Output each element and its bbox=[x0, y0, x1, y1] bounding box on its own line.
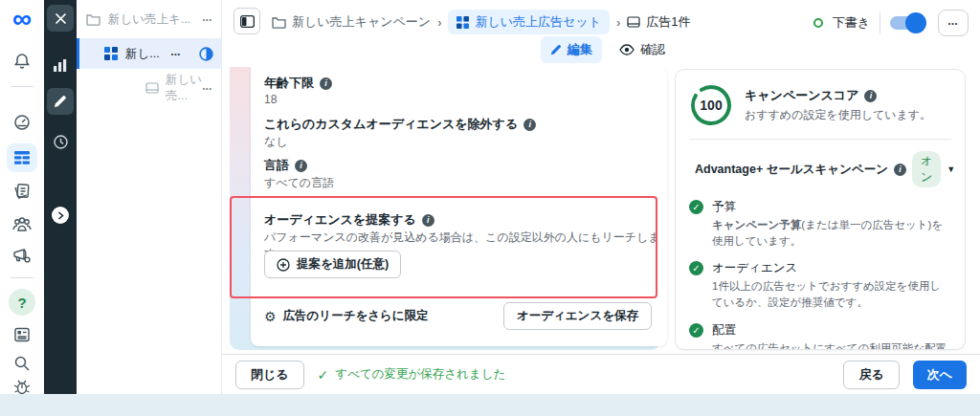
add-suggestion-button[interactable]: 提案を追加(任意) bbox=[264, 251, 401, 278]
search-magnifier-icon[interactable] bbox=[12, 354, 32, 373]
collapse-panel-button[interactable] bbox=[234, 8, 260, 34]
global-nav-sidebar: ∞ bbox=[0, 0, 44, 394]
advantage-on-badge: オン bbox=[912, 151, 941, 187]
help-question-icon[interactable] bbox=[9, 289, 35, 316]
narrow-reach-link[interactable]: ⚙ 広告のリーチをさらに限定 bbox=[264, 308, 429, 324]
nav-divider bbox=[11, 277, 33, 278]
check-item-placement: 配置 すべての広告セットにすべての利用可能な配置が含まれています。 bbox=[689, 322, 951, 350]
check-circle-icon bbox=[689, 200, 703, 214]
next-button[interactable]: 次へ bbox=[913, 361, 967, 389]
campaign-score-panel: 100 キャンペーンスコア おすすめの設定を使用しています。 Advantage… bbox=[675, 69, 966, 350]
check-description: 1件以上の広告セットでおすすめ設定を使用しているか、設定が推奨値です。 bbox=[712, 278, 951, 310]
nav-divider bbox=[11, 86, 33, 87]
score-value: 100 bbox=[689, 83, 733, 127]
tree-item-label: 新しい売上キ... bbox=[108, 11, 190, 28]
check-description: すべての広告セットにすべての利用可能な配置が含まれています。 bbox=[712, 340, 951, 350]
info-icon[interactable] bbox=[320, 77, 332, 90]
history-clock-icon[interactable] bbox=[47, 128, 74, 155]
score-title: キャンペーンスコア bbox=[745, 87, 931, 104]
tree-item-campaign[interactable]: 新しい売上キ... ••• bbox=[77, 4, 222, 34]
close-button[interactable]: 閉じる bbox=[235, 361, 304, 389]
more-options-button[interactable]: ••• bbox=[938, 10, 969, 36]
notifications-bell-icon[interactable] bbox=[12, 52, 32, 71]
info-icon[interactable] bbox=[422, 214, 434, 227]
close-editor-button[interactable] bbox=[47, 5, 74, 32]
editor-header: 新しい売上キャンペーン › 新しい売上広告セット › 広告1件 下書き ••• … bbox=[222, 0, 980, 67]
score-ring: 100 bbox=[689, 83, 733, 127]
pencil-icon bbox=[550, 44, 562, 55]
gear-icon: ⚙ bbox=[264, 310, 277, 323]
eye-icon bbox=[619, 44, 635, 55]
mode-tabs: 編集 確認 bbox=[541, 36, 665, 63]
advantage-row[interactable]: Advantage+ セールスキャンペーン オン ▼ bbox=[689, 151, 951, 187]
score-subtitle: おすすめの設定を使用しています。 bbox=[745, 107, 931, 123]
tab-review[interactable]: 確認 bbox=[619, 41, 665, 58]
back-button[interactable]: 戻る bbox=[843, 361, 899, 389]
tree-item-menu[interactable]: ••• bbox=[203, 16, 212, 23]
ads-manager-app: ∞ bbox=[0, 0, 980, 416]
expand-panel-button[interactable] bbox=[52, 207, 69, 224]
tree-item-menu[interactable]: ••• bbox=[203, 85, 212, 92]
folder-icon bbox=[86, 13, 100, 26]
check-circle-icon bbox=[689, 261, 703, 275]
language-label: 言語 bbox=[264, 157, 307, 174]
folder-icon bbox=[272, 16, 286, 29]
info-icon[interactable] bbox=[523, 119, 536, 131]
toggle-knob[interactable] bbox=[905, 12, 926, 33]
billing-news-icon[interactable] bbox=[12, 325, 32, 344]
score-row: 100 キャンペーンスコア おすすめの設定を使用しています。 bbox=[689, 83, 951, 127]
ads-manager-table-icon[interactable] bbox=[7, 143, 37, 172]
overview-gauge-icon[interactable] bbox=[12, 113, 32, 132]
panel-toggle-icon bbox=[240, 15, 255, 28]
info-icon[interactable] bbox=[894, 164, 906, 176]
suggest-audience-title: オーディエンスを提案する bbox=[264, 211, 434, 229]
tree-item-menu[interactable]: ••• bbox=[171, 51, 181, 57]
breadcrumb-campaign[interactable]: 新しい売上キャンペーン bbox=[272, 13, 431, 31]
performance-chart-icon[interactable] bbox=[47, 52, 74, 78]
ad-frame-icon bbox=[145, 82, 159, 94]
pages-docs-icon[interactable] bbox=[12, 182, 32, 201]
chevron-down-icon[interactable]: ▼ bbox=[947, 164, 955, 174]
exclude-audiences-label: これらのカスタムオーディエンスを除外する bbox=[264, 116, 536, 133]
check-label: オーディエンス bbox=[712, 260, 951, 276]
tree-item-label: 新し... bbox=[125, 46, 160, 62]
divider bbox=[689, 139, 951, 140]
adset-grid-icon bbox=[104, 47, 118, 60]
tree-item-label: 新しい売... bbox=[166, 72, 203, 104]
breadcrumb-separator: › bbox=[616, 15, 620, 30]
exclude-audiences-value: なし bbox=[264, 134, 288, 150]
age-min-value: 18 bbox=[264, 93, 277, 106]
tree-item-adset-selected[interactable]: 新し... ••• bbox=[77, 38, 222, 69]
meta-logo-icon[interactable]: ∞ bbox=[12, 6, 32, 33]
advertise-megaphone-icon[interactable] bbox=[11, 245, 33, 264]
tree-item-ad[interactable]: 新しい売... ••• bbox=[77, 73, 222, 103]
bottom-strip bbox=[0, 394, 980, 416]
check-item-audience: オーディエンス 1件以上の広告セットでおすすめ設定を使用しているか、設定が推奨値… bbox=[689, 260, 951, 310]
plus-circle-icon bbox=[277, 258, 290, 272]
age-min-label: 年齢下限 bbox=[264, 75, 332, 92]
editor-rail bbox=[44, 0, 77, 394]
breadcrumb-ad[interactable]: 広告1件 bbox=[627, 13, 690, 31]
saved-message: すべての変更が保存されました bbox=[318, 366, 506, 383]
check-label: 配置 bbox=[712, 322, 951, 339]
info-icon[interactable] bbox=[864, 90, 877, 102]
check-circle-icon bbox=[689, 323, 703, 338]
tab-edit[interactable]: 編集 bbox=[541, 36, 602, 63]
check-label: 予算 bbox=[712, 199, 951, 215]
footer-bar: 閉じる すべての変更が保存されました 戻る 次へ bbox=[222, 354, 980, 394]
edit-pencil-icon[interactable] bbox=[47, 88, 74, 115]
language-value: すべての言語 bbox=[264, 175, 334, 191]
breadcrumb-separator: › bbox=[437, 15, 441, 30]
info-icon[interactable] bbox=[295, 160, 307, 172]
divider bbox=[880, 12, 880, 33]
publish-toggle[interactable] bbox=[890, 16, 924, 30]
status-cluster: 下書き ••• bbox=[813, 10, 969, 36]
save-audience-button[interactable]: オーディエンスを保存 bbox=[503, 302, 652, 330]
breadcrumb-adset-selected[interactable]: 新しい売上広告セット bbox=[448, 10, 610, 34]
check-icon bbox=[318, 367, 329, 383]
contrast-half-circle-icon[interactable] bbox=[199, 47, 213, 61]
audience-form-card: 年齢下限 18 これらのカスタムオーディエンスを除外する なし 言語 すべての言… bbox=[251, 67, 667, 346]
audiences-people-icon[interactable] bbox=[11, 214, 33, 233]
check-description: キャンペーン予算(または単一の広告セット)を使用しています。 bbox=[712, 217, 951, 249]
breadcrumb: 新しい売上キャンペーン › 新しい売上広告セット › 広告1件 bbox=[272, 10, 691, 34]
